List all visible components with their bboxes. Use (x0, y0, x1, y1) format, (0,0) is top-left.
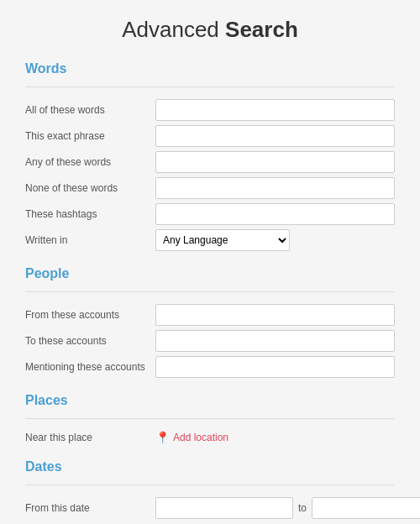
language-label: Written in (25, 234, 155, 246)
people-section-header: People (25, 266, 395, 285)
none-words-label: None of these words (25, 182, 155, 194)
from-accounts-row: From these accounts (25, 304, 395, 326)
dates-section-header: Dates (25, 459, 395, 478)
people-section: People From these accounts To these acco… (25, 266, 395, 378)
dates-section: Dates From this date to (25, 459, 395, 519)
add-location-button[interactable]: 📍 Add location (155, 431, 228, 444)
mentioning-accounts-label: Mentioning these accounts (25, 361, 155, 373)
page-title: Advanced Search (25, 17, 395, 43)
dates-divider (25, 485, 395, 485)
words-section-header: Words (25, 61, 395, 80)
add-location-label: Add location (173, 432, 228, 443)
date-inputs-container: to (155, 497, 420, 519)
to-accounts-row: To these accounts (25, 330, 395, 352)
places-section: Places Near this place 📍 Add location (25, 393, 395, 444)
mentioning-accounts-row: Mentioning these accounts (25, 356, 395, 378)
to-date-input[interactable] (312, 497, 420, 519)
page-container: Advanced Search Words All of these words… (0, 0, 420, 524)
language-select[interactable]: Any Language English Spanish French Germ… (155, 229, 290, 251)
places-divider (25, 418, 395, 419)
location-pin-icon: 📍 (155, 431, 170, 444)
near-place-label: Near this place (25, 432, 155, 443)
hashtags-row: These hashtags (25, 203, 395, 225)
from-accounts-label: From these accounts (25, 309, 155, 321)
from-date-input[interactable] (155, 497, 293, 519)
date-to-label: to (298, 502, 307, 514)
any-words-label: Any of these words (25, 156, 155, 168)
date-row: From this date to (25, 497, 395, 519)
exact-phrase-row: This exact phrase (25, 125, 395, 147)
exact-phrase-label: This exact phrase (25, 130, 155, 142)
all-words-label: All of these words (25, 104, 155, 116)
none-words-row: None of these words (25, 177, 395, 199)
hashtags-input[interactable] (155, 203, 395, 225)
places-section-header: Places (25, 393, 395, 411)
people-divider (25, 291, 395, 292)
to-accounts-label: To these accounts (25, 335, 155, 347)
to-accounts-input[interactable] (155, 330, 395, 352)
language-row: Written in Any Language English Spanish … (25, 229, 395, 251)
all-words-input[interactable] (155, 99, 395, 121)
any-words-row: Any of these words (25, 151, 395, 173)
words-section: Words All of these words This exact phra… (25, 61, 395, 251)
mentioning-accounts-input[interactable] (155, 356, 395, 378)
words-divider (25, 86, 395, 87)
hashtags-label: These hashtags (25, 208, 155, 220)
exact-phrase-input[interactable] (155, 125, 395, 147)
none-words-input[interactable] (155, 177, 395, 199)
from-date-label: From this date (25, 502, 155, 514)
from-accounts-input[interactable] (155, 304, 395, 326)
all-words-row: All of these words (25, 99, 395, 121)
any-words-input[interactable] (155, 151, 395, 173)
near-place-row: Near this place 📍 Add location (25, 431, 395, 444)
